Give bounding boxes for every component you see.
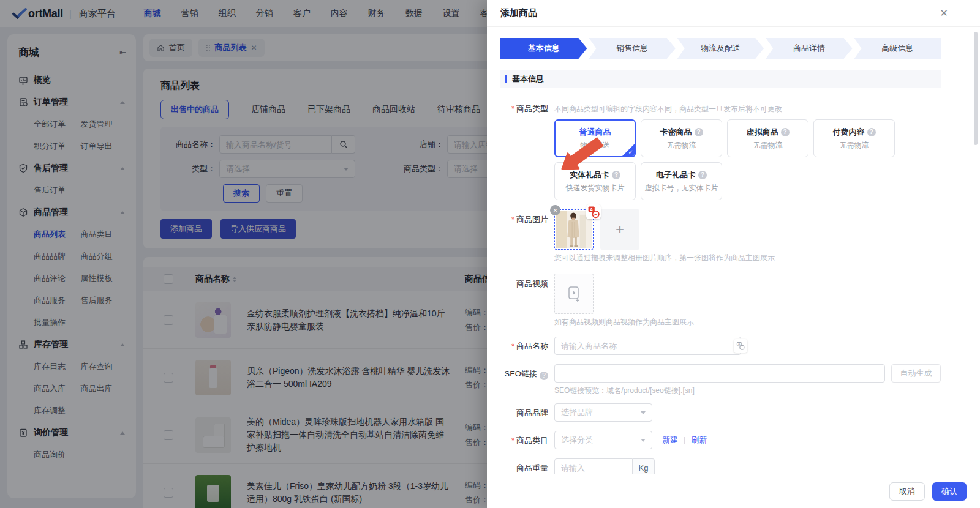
- category-select[interactable]: 选择分类: [554, 431, 652, 449]
- svg-text:A: A: [738, 343, 741, 346]
- product-images-label: *商品图片: [500, 209, 554, 263]
- card-title: 虚拟商品?: [747, 127, 790, 138]
- drawer-title: 添加商品: [500, 7, 537, 19]
- card-title: 付费内容?: [833, 127, 876, 138]
- product-name-label: *商品名称: [500, 337, 554, 355]
- confirm-button[interactable]: 确认: [932, 482, 967, 501]
- product-type-card-1[interactable]: 卡密商品?无需物流: [641, 119, 722, 157]
- help-icon[interactable]: ?: [540, 372, 548, 380]
- product-type-hint: 不同商品类型可编辑的字段内容不同，商品类型一旦发布后将不可更改: [554, 104, 941, 114]
- card-subtitle: 虚拟卡号，无实体卡片: [645, 183, 718, 193]
- svg-text:A: A: [590, 207, 593, 212]
- step-tab-1[interactable]: 销售信息: [589, 38, 675, 59]
- product-video-label: 商品视频: [500, 274, 554, 327]
- card-subtitle: 无需物流: [753, 140, 783, 151]
- uploaded-product-image[interactable]: ✕ A: [554, 209, 594, 250]
- close-icon[interactable]: ✕: [940, 9, 948, 18]
- card-title: 实体礼品卡?: [570, 170, 620, 181]
- product-type-cards: 普通商品物流配送✓卡密商品?无需物流虚拟商品?无需物流付费内容?无需物流实体礼品…: [554, 119, 903, 200]
- section-bar: [505, 75, 507, 83]
- help-icon[interactable]: ?: [698, 171, 707, 179]
- drawer-footer: 取消 确认: [487, 474, 980, 508]
- help-icon[interactable]: ?: [781, 128, 790, 136]
- brand-select[interactable]: 选择品牌: [554, 403, 652, 422]
- product-type-label: *商品类型: [500, 104, 554, 114]
- help-icon[interactable]: ?: [612, 171, 620, 179]
- chevron-down-icon: [641, 439, 646, 442]
- remove-image-icon[interactable]: ✕: [550, 205, 560, 215]
- product-type-card-5[interactable]: 电子礼品卡?虚拟卡号，无实体卡片: [641, 162, 722, 200]
- step-tab-4[interactable]: 高级信息: [854, 38, 941, 59]
- card-subtitle: 无需物流: [840, 140, 869, 151]
- video-add-icon: [567, 286, 581, 302]
- step-tab-2[interactable]: 物流及配送: [677, 38, 764, 59]
- ai-stamp-icon[interactable]: A: [586, 204, 601, 219]
- images-hint: 您可以通过拖拽来调整相册图片顺序，第一张图将作为商品主图展示: [554, 253, 941, 263]
- seo-hint: SEO链接预览：域名/product/[seo链接].[sn]: [554, 386, 941, 396]
- card-title: 卡密商品?: [660, 127, 703, 138]
- product-type-card-2[interactable]: 虚拟商品?无需物流: [727, 119, 809, 157]
- drawer-scrollbar[interactable]: [974, 32, 978, 145]
- category-refresh-link[interactable]: 刷新: [691, 435, 707, 446]
- card-title: 普通商品: [579, 127, 611, 138]
- ai-translate-icon[interactable]: A: [734, 339, 747, 353]
- add-product-drawer: 添加商品 ✕ 基本信息销售信息物流及配送商品详情高级信息 基本信息 *商品类型 …: [487, 0, 980, 508]
- product-type-card-3[interactable]: 付费内容?无需物流: [813, 119, 895, 157]
- help-icon[interactable]: ?: [867, 128, 876, 136]
- check-icon: ✓: [628, 149, 633, 155]
- seo-link-label: SEO链接?: [500, 364, 554, 396]
- add-image-tile[interactable]: +: [600, 209, 639, 250]
- card-subtitle: 物流配送: [581, 140, 610, 151]
- section-header: 基本信息: [500, 70, 941, 88]
- add-video-tile[interactable]: [554, 274, 594, 314]
- card-title: 电子礼品卡?: [656, 170, 707, 181]
- cancel-button[interactable]: 取消: [889, 482, 925, 501]
- card-subtitle: 快递发货实物卡片: [566, 183, 625, 193]
- step-tab-0[interactable]: 基本信息: [500, 38, 587, 59]
- card-subtitle: 无需物流: [667, 140, 696, 151]
- drawer-product-name-input[interactable]: [554, 337, 741, 355]
- chevron-down-icon: [641, 411, 646, 414]
- help-icon[interactable]: ?: [695, 128, 703, 136]
- step-tab-3[interactable]: 商品详情: [766, 38, 852, 59]
- video-hint: 如有商品视频则商品视频作为商品主图展示: [554, 317, 941, 327]
- category-new-link[interactable]: 新建: [662, 435, 678, 446]
- category-label: *商品类目: [500, 431, 554, 449]
- product-type-card-0[interactable]: 普通商品物流配送✓: [554, 119, 636, 157]
- brand-label: 商品品牌: [500, 403, 554, 422]
- product-type-card-4[interactable]: 实体礼品卡?快递发货实物卡片: [554, 162, 636, 200]
- step-tabs: 基本信息销售信息物流及配送商品详情高级信息: [500, 38, 941, 59]
- plus-icon: +: [616, 221, 624, 238]
- drawer-header: 添加商品 ✕: [487, 0, 980, 27]
- seo-link-input[interactable]: [554, 364, 885, 383]
- auto-generate-button[interactable]: 自动生成: [891, 364, 941, 383]
